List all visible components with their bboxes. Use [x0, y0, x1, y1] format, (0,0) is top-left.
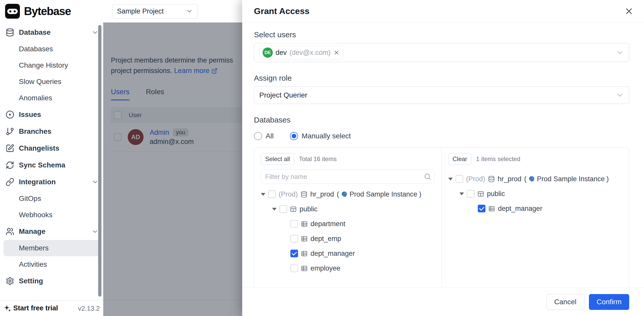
expand-arrow-icon[interactable] — [448, 178, 453, 180]
user-select-input[interactable]: DE dev (dev@x.com) — [254, 43, 629, 62]
table-icon — [301, 235, 308, 242]
checkbox[interactable] — [478, 205, 485, 212]
sidebar-item-sync-schema[interactable]: Sync Schema — [0, 157, 103, 174]
instance-label: (Prod Sample Instance) — [524, 175, 609, 183]
table-icon — [301, 221, 308, 227]
sidebar-item-manage[interactable]: Manage — [0, 223, 103, 240]
brand: Bytebase — [0, 4, 103, 19]
expand-arrow-icon[interactable] — [272, 208, 277, 211]
checkbox[interactable] — [467, 190, 474, 198]
tree-node-dept-emp[interactable]: dept_emp — [261, 231, 435, 246]
radio-button[interactable] — [254, 132, 262, 140]
chevron-down-icon — [186, 8, 193, 15]
table-icon — [488, 205, 495, 212]
radio-button[interactable] — [290, 132, 298, 140]
expand-arrow-icon[interactable] — [459, 192, 464, 195]
select-users-label: Select users — [254, 30, 629, 39]
sidebar-item-branches[interactable]: Branches — [0, 123, 103, 140]
confirm-button[interactable]: Confirm — [589, 294, 629, 310]
checkbox[interactable] — [279, 205, 287, 213]
sidebar-item-change-history[interactable]: Change History — [0, 57, 103, 74]
tree-node-hr-prod[interactable]: (Prod) hr_prod (Prod Sample Instance) — [261, 187, 435, 202]
tree-node-employee[interactable]: employee — [261, 261, 435, 276]
table-name: dept_emp — [311, 235, 341, 243]
sidebar-item-setting[interactable]: Setting — [0, 273, 103, 289]
checkbox[interactable] — [290, 264, 298, 272]
schema-name: public — [300, 205, 318, 213]
chip-user-email: (dev@x.com) — [290, 49, 331, 57]
schema-icon — [477, 190, 484, 197]
chevron-down-icon — [92, 178, 99, 186]
gear-icon — [6, 277, 14, 285]
branch-icon — [6, 127, 14, 136]
dialog-footer: Cancel Confirm — [242, 287, 644, 316]
chevron-down-icon — [92, 228, 99, 235]
search-icon — [424, 173, 431, 180]
start-free-trial-button[interactable]: Start free trial — [3, 304, 58, 312]
project-selector[interactable]: Sample Project — [112, 4, 198, 18]
sidebar-item-members[interactable]: Members — [4, 240, 99, 256]
sidebar-item-slow-queries[interactable]: Slow Queries — [0, 74, 103, 90]
chevron-down-icon — [92, 29, 99, 36]
sidebar-item-changelists[interactable]: Changelists — [0, 140, 103, 157]
selected-items-label: 1 items selected — [476, 155, 520, 163]
database-icon — [301, 191, 307, 198]
radio-all[interactable]: All — [254, 132, 274, 140]
issues-icon — [6, 110, 14, 119]
dialog-title: Grant Access — [254, 6, 310, 16]
total-items-label: Total 16 items — [299, 155, 337, 163]
sync-icon — [6, 161, 14, 169]
expand-arrow-icon[interactable] — [261, 193, 265, 196]
sidebar-item-databases[interactable]: Databases — [0, 41, 103, 57]
sidebar-item-label: Databases — [19, 45, 53, 53]
role-select-value: Project Querier — [259, 91, 307, 99]
sidebar-item-webhooks[interactable]: Webhooks — [0, 207, 103, 223]
sidebar-item-integration[interactable]: Integration — [0, 174, 103, 190]
link-icon — [6, 178, 14, 186]
checkbox[interactable] — [290, 235, 298, 242]
sidebar-item-issues[interactable]: Issues — [0, 106, 103, 123]
trial-label: Start free trial — [13, 304, 58, 312]
close-icon[interactable] — [623, 5, 635, 17]
selected-node-dept-manager[interactable]: dept_manager — [448, 201, 622, 216]
selected-node-public[interactable]: public — [448, 186, 622, 201]
dialog-header: Grant Access — [242, 0, 644, 22]
role-select[interactable]: Project Querier — [254, 87, 629, 104]
chevron-down-icon — [616, 91, 624, 99]
remove-chip-icon[interactable] — [333, 49, 340, 56]
clear-button[interactable]: Clear — [448, 153, 471, 165]
cancel-button[interactable]: Cancel — [546, 294, 584, 310]
sidebar-item-label: Branches — [19, 127, 51, 136]
database-name: hr_prod — [498, 175, 521, 183]
environment-label: (Prod) — [466, 175, 485, 183]
sidebar-item-database[interactable]: Database — [0, 24, 103, 41]
filter-input[interactable] — [261, 169, 435, 184]
checkbox[interactable] — [290, 220, 298, 228]
version-label: v2.13.2 — [78, 304, 100, 312]
database-name: hr_prod — [310, 190, 334, 198]
checkbox[interactable] — [456, 175, 463, 183]
tree-node-dept-manager[interactable]: dept_manager — [261, 246, 435, 261]
radio-manually-select[interactable]: Manually select — [290, 132, 351, 140]
postgres-icon — [528, 176, 535, 183]
selected-node-hr-prod[interactable]: (Prod) hr_prod (Prod Sample Instance) — [448, 172, 622, 186]
radio-label: All — [266, 132, 274, 140]
modal-overlay[interactable] — [103, 22, 242, 316]
filter-search — [261, 169, 435, 184]
sidebar-item-label: GitOps — [19, 195, 41, 203]
checkbox[interactable] — [290, 250, 298, 257]
sidebar-scrollbar[interactable] — [98, 25, 101, 297]
tree-node-department[interactable]: department — [261, 216, 435, 231]
checkbox[interactable] — [268, 190, 276, 198]
sidebar-item-gitops[interactable]: GitOps — [0, 190, 103, 207]
radio-label: Manually select — [302, 132, 351, 140]
select-all-button[interactable]: Select all — [261, 153, 294, 165]
sidebar-item-label: Change History — [19, 61, 68, 69]
brand-name: Bytebase — [24, 5, 71, 18]
schema-name: public — [487, 190, 505, 198]
database-icon — [488, 176, 495, 183]
tree-node-public[interactable]: public — [261, 202, 435, 216]
sidebar-item-activities[interactable]: Activities — [0, 256, 103, 273]
schema-icon — [290, 206, 297, 213]
sidebar-item-anomalies[interactable]: Anomalies — [0, 90, 103, 106]
